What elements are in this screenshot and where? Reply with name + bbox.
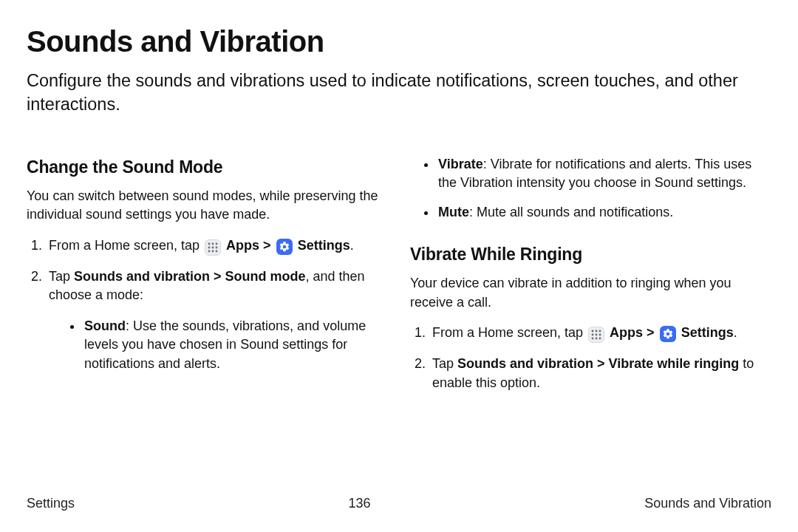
option-mute-text: : Mute all sounds and notifications. [469,205,673,219]
option-sound: Sound: Use the sounds, vibrations, and v… [83,317,388,374]
settings-label: Settings [298,238,350,253]
vr-step-1-pretext: From a Home screen, tap [432,325,587,340]
vr-step-2-bold: Sounds and vibration > Vibrate while rin… [457,356,739,371]
vibrate-ringing-description: Your device can vibrate in addition to r… [410,274,771,312]
vr-step-1-period: . [734,325,737,340]
content-columns: Change the Sound Mode You can switch bet… [27,155,771,404]
svg-point-3 [208,246,211,248]
svg-point-5 [216,246,218,248]
vr-step-2-pretext: Tap [432,356,457,371]
svg-point-4 [212,246,214,248]
page-intro: Configure the sounds and vibrations used… [27,69,765,117]
apps-icon [588,327,604,343]
step-1-period: . [350,238,354,253]
step-2-bold: Sounds and vibration > Sound mode [74,269,306,284]
svg-point-14 [599,334,601,336]
apps-label: Apps [610,325,643,340]
step-2: Tap Sounds and vibration > Sound mode, a… [46,267,388,374]
sound-mode-steps: From a Home screen, tap Apps > Settings.… [27,236,388,374]
svg-point-17 [599,338,601,340]
footer-page-number: 136 [349,496,371,511]
path-separator: > [647,325,658,340]
section-heading-vibrate-ringing: Vibrate While Ringing [410,242,771,267]
vibrate-ringing-steps: From a Home screen, tap Apps > Settings.… [410,324,771,392]
vr-step-2: Tap Sounds and vibration > Vibrate while… [429,355,771,392]
section-heading-sound-mode: Change the Sound Mode [27,155,388,180]
step-1: From a Home screen, tap Apps > Settings. [46,236,388,256]
sound-mode-options-continued: Vibrate: Vibrate for notifications and a… [410,155,771,222]
svg-point-0 [208,242,211,245]
svg-point-2 [216,242,218,245]
footer-left: Settings [27,496,75,511]
svg-point-7 [212,250,214,252]
option-mute-label: Mute [438,205,469,219]
svg-point-8 [216,250,218,252]
svg-point-12 [592,334,594,336]
sound-mode-description: You can switch between sound modes, whil… [27,187,388,225]
option-sound-text: : Use the sounds, vibrations, and volume… [84,318,366,371]
page-footer: Settings 136 Sounds and Vibration [27,496,771,511]
svg-point-13 [596,334,598,336]
gear-icon [660,326,676,342]
page-title: Sounds and Vibration [27,25,771,58]
svg-point-6 [208,250,211,252]
svg-point-16 [596,338,598,340]
svg-point-10 [596,330,598,332]
right-column: Vibrate: Vibrate for notifications and a… [410,155,771,404]
svg-point-9 [592,330,594,332]
apps-label: Apps [226,238,259,253]
svg-point-15 [592,338,594,340]
option-vibrate-text: : Vibrate for notifications and alerts. … [438,157,751,191]
left-column: Change the Sound Mode You can switch bet… [27,155,388,404]
apps-icon [205,239,221,256]
settings-label: Settings [681,325,734,340]
option-mute: Mute: Mute all sounds and notifications. [437,203,771,222]
step-2-pretext: Tap [49,269,74,284]
path-separator: > [263,238,275,253]
option-sound-label: Sound [84,318,126,333]
option-vibrate: Vibrate: Vibrate for notifications and a… [437,155,771,193]
footer-right: Sounds and Vibration [644,496,771,511]
vr-step-1: From a Home screen, tap Apps > Settings. [429,324,771,343]
gear-icon [276,239,293,255]
svg-point-1 [212,242,214,245]
step-1-pretext: From a Home screen, tap [49,238,203,253]
option-vibrate-label: Vibrate [438,157,483,171]
svg-point-11 [599,330,601,332]
sound-mode-options: Sound: Use the sounds, vibrations, and v… [49,317,388,374]
